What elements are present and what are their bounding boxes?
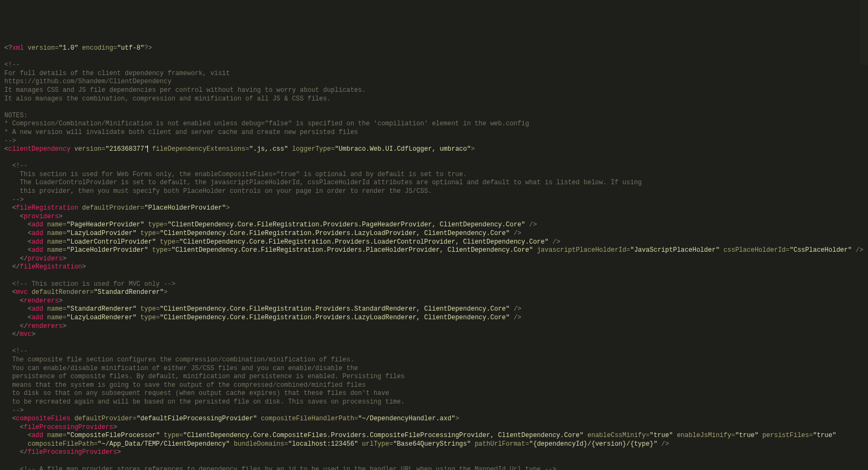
ltslash: </ — [20, 448, 28, 456]
mvc-close: mvc — [20, 331, 32, 338]
fr-provider-1-attr-1: type — [140, 230, 156, 237]
cf-prov-l1-val-1: "ClientDependency.Core.CompositeFiles.Pr… — [183, 432, 584, 439]
mvc-renderer-1-val-1: "ClientDependency.Core.FileRegistration.… — [160, 314, 510, 321]
comment2-line-2: The LoaderControlProvider is set to defa… — [4, 179, 642, 186]
xml-pi-name: xml — [12, 44, 24, 52]
gt: > — [471, 145, 474, 153]
cf-prov-l2-val-0: "~/App_Data/TEMP/ClientDependency" — [98, 440, 230, 448]
compositefiles-tag: compositeFiles — [16, 415, 71, 422]
renderers-close: renderers — [28, 323, 63, 330]
fr-provider-1-attr-0: name — [47, 230, 63, 237]
add-tag: add — [31, 230, 43, 237]
gt: > — [63, 323, 66, 330]
providers-tag: providers — [24, 213, 59, 220]
slashgt: /> — [552, 238, 560, 246]
gt: > — [63, 255, 66, 263]
slashgt: /> — [513, 314, 521, 321]
slashgt: /> — [513, 305, 521, 313]
cf-prov-l2-val-2: "Base64QueryStrings" — [393, 440, 471, 448]
add-tag: add — [31, 305, 43, 313]
xml-encoding-val: "utf-8" — [117, 44, 144, 52]
comment4-line-3: persistence of composite files. By defau… — [4, 373, 405, 380]
fr-provider-1-val-1: "ClientDependency.Core.FileRegistration.… — [160, 230, 510, 237]
gt: > — [455, 415, 459, 422]
add-tag: add — [31, 221, 43, 229]
fr-provider-3-attr-0: name — [47, 246, 63, 254]
mvc-renderer-0-attr-1: type — [140, 305, 156, 313]
fr-provider-0-val-1: "ClientDependency.Core.FileRegistration.… — [168, 221, 526, 229]
mvc-renderer-1-val-0: "LazyLoadRenderer" — [66, 314, 137, 321]
gt: > — [82, 263, 86, 271]
comment1-line-1: For full details of the client dependenc… — [4, 70, 230, 77]
add-tag: add — [31, 314, 43, 321]
eq: = — [156, 230, 160, 237]
comment4-line-0: <!-- — [4, 347, 28, 355]
compositefiles-attr-0: defaultProvider — [74, 415, 133, 422]
eq: = — [94, 440, 98, 448]
comment1-line-3: It manages CSS and JS file dependencies … — [4, 86, 366, 94]
comment4-line-6: to be recreated again and will be based … — [4, 398, 405, 406]
fileregistration-attr-0: defaultProvider — [82, 204, 140, 212]
compositefiles-val-1: "~/DependencyHandler.axd" — [358, 415, 455, 422]
fr-provider-3-val-1: "ClientDependency.Core.FileRegistration.… — [172, 246, 533, 254]
mvc-renderer-0-attr-0: name — [47, 305, 63, 313]
text-cursor — [147, 145, 148, 152]
code-editor[interactable]: <?xml version="1.0" encoding="utf-8"?> <… — [4, 44, 864, 470]
comment2-line-0: <!-- — [4, 162, 28, 170]
mvc-renderer-1-attr-0: name — [47, 314, 63, 321]
compositefiles-val-0: "defaultFileProcessingProvider" — [137, 415, 257, 422]
clientdependency-tag: clientDependency — [8, 145, 70, 153]
slashgt: /> — [513, 230, 521, 237]
xml-pi-open: <? — [4, 44, 12, 52]
lt: < — [12, 415, 16, 422]
cf-prov-l1-val-4: "true" — [813, 432, 836, 439]
ltslash: </ — [12, 331, 19, 338]
ltslash: </ — [20, 323, 28, 330]
fr-provider-2-val-1: "ClientDependency.Core.FileRegistration.… — [179, 238, 548, 246]
eq: = — [731, 432, 735, 439]
fr-provider-0-val-0: "PageHeaderProvider" — [66, 221, 144, 229]
cf-prov-l1-attr-2: enableCssMinify — [587, 432, 646, 439]
fr-provider-2-attr-0: name — [47, 238, 63, 246]
eq: = — [168, 246, 172, 254]
providers-close: providers — [28, 255, 63, 263]
cf-prov-l2-attr-1: bundleDomains — [234, 440, 284, 448]
cf-prov-l2-val-3: "{dependencyId}/{version}/{type}" — [529, 440, 657, 448]
mvc-attr-0: defaultRenderer — [31, 288, 90, 296]
comment1-line-6: NOTES: — [4, 112, 28, 119]
clientdep-attr-2: loggerType — [292, 145, 331, 153]
compositefiles-attr-1: compositeFileHandlerPath — [261, 415, 354, 422]
comment1-line-7: * Compression/Combination/Minification i… — [4, 120, 529, 127]
eq: = — [164, 221, 167, 229]
clientdep-attr-0: version — [74, 145, 101, 153]
cf-prov-l1-val-0: "CompositeFileProcessor" — [66, 432, 160, 439]
comment1-line-2: https://github.com/Shandem/ClientDepende… — [4, 78, 172, 85]
cf-prov-l1-attr-4: persistFiles — [762, 432, 809, 439]
cf-prov-l1-attr-1: type — [164, 432, 179, 439]
comment4-line-1: The composite file section configures th… — [4, 356, 354, 364]
add-tag: add — [31, 246, 43, 254]
eq: = — [284, 440, 288, 448]
gt: > — [31, 331, 35, 338]
cf-prov-l1-attr-3: enableJsMinify — [677, 432, 731, 439]
comment4-line-5: to disk so that on any subsequent reques… — [4, 390, 389, 397]
clientdep-val-1: ".js,.css" — [249, 145, 288, 153]
add-tag: add — [31, 432, 43, 439]
slashgt: /> — [529, 221, 537, 229]
comment2-line-4: --> — [4, 196, 24, 204]
mvc-val-0: "StandardRenderer" — [94, 288, 164, 296]
lt: < — [12, 288, 16, 296]
lt: < — [20, 424, 24, 431]
cf-prov-l1-attr-0: name — [47, 432, 63, 439]
eq: = — [786, 246, 790, 254]
cf-prov-l1-val-2: "true" — [649, 432, 673, 439]
xml-pi-close: ?> — [144, 44, 152, 52]
lt: < — [20, 213, 24, 220]
comment1-line-8: * A new version will invalidate both cli… — [4, 129, 358, 136]
fr-provider-3-val-3: "CssPlaceHolder" — [790, 246, 852, 254]
clientdep-val-0: "216368377" — [105, 145, 148, 153]
fileregistration-val-0: "PlaceHolderProvider" — [144, 204, 226, 212]
fr-provider-1-val-0: "LazyLoadProvider" — [66, 230, 137, 237]
xml-version-val: "1.0" — [59, 44, 78, 52]
slashgt: /> — [856, 246, 863, 254]
